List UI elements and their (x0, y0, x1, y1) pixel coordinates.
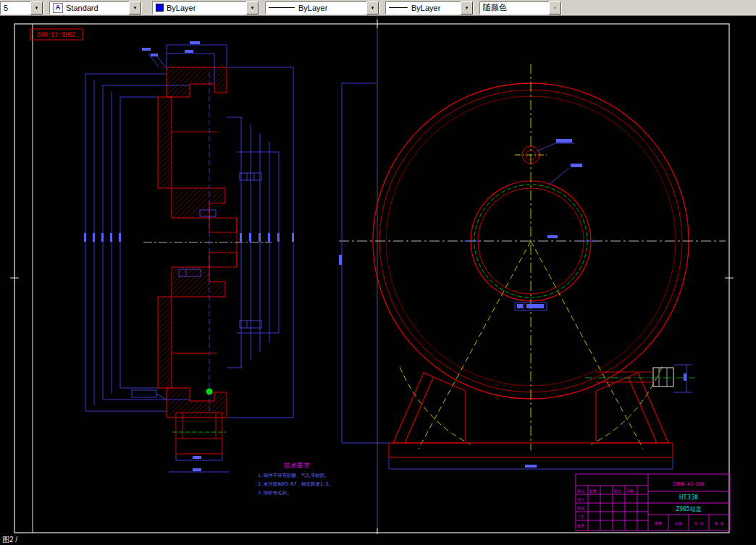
title-block-drawing-no: Z9HD-43-009 (673, 481, 704, 487)
tech-req-line-3: 3.清砂去毛刺。 (258, 490, 292, 496)
layer-combo-arrow-icon[interactable]: ▼ (30, 1, 43, 14)
lineweight-combo-arrow-icon[interactable]: ▼ (461, 1, 473, 14)
title-block-row-3: 工艺 (577, 515, 584, 519)
tech-req-line-2: 2.未注圆角R3~R7，铸造斜度1:5。 (258, 481, 333, 487)
plotstyle-combo[interactable]: 随颜色 ▼ (479, 1, 562, 14)
title-block-bottom-2: 比例 (675, 521, 682, 526)
linetype-sample-icon (269, 7, 295, 8)
lineweight-combo-value: ByLayer (411, 4, 440, 12)
plotstyle-combo-arrow-icon: ▼ (549, 1, 561, 14)
tech-req-line-1: 1.铸件不得有砂眼、气孔等缺陷。 (258, 473, 329, 478)
corner-drawing-number: Z9HD-43-009 (30, 29, 83, 40)
model-space-canvas[interactable]: Z9HD-43-009 (0, 16, 756, 534)
lineweight-combo[interactable]: ByLayer ▼ (385, 1, 474, 14)
title-block-bottom-4: 第 张 (714, 521, 723, 526)
title-block-part-name: Z905端盖 (676, 506, 701, 512)
linetype-combo-value: ByLayer (298, 4, 327, 12)
linetype-combo[interactable]: ByLayer ▼ (265, 1, 379, 14)
front-view-dimensions (342, 83, 692, 469)
drawing-canvas[interactable]: Z9HD-43-009 (0, 16, 756, 534)
style-combo-arrow-icon[interactable]: ▼ (129, 1, 141, 14)
title-block: Z9HD-43-009 HT33Ⅱ Z905端盖 标记 处数 签名 日期 设计 … (576, 474, 730, 531)
linetype-combo-arrow-icon[interactable]: ▼ (366, 1, 379, 14)
title-block-header-1: 标记 (576, 489, 584, 494)
title-block-header-3: 签名 (614, 489, 621, 494)
front-view (339, 64, 726, 469)
tech-requirements: 技术要求 1.铸件不得有砂眼、气孔等缺陷。 2.未注圆角R3~R7，铸造斜度1:… (258, 462, 333, 496)
lineweight-sample-icon (389, 7, 408, 8)
layer-combo-value: 5 (4, 4, 8, 12)
title-block-header-2: 处数 (589, 489, 597, 494)
status-strip: 图2 / (0, 534, 756, 545)
section-view (84, 41, 294, 472)
color-combo-value: ByLayer (167, 4, 196, 12)
title-block-bottom-3: 共 张 (694, 521, 703, 526)
title-block-header-4: 日期 (626, 489, 634, 494)
front-dim-blobs (339, 139, 686, 468)
status-text: 图2 / (2, 536, 17, 544)
plotstyle-combo-value: 随颜色 (483, 2, 507, 13)
text-style-icon: A (53, 3, 63, 13)
sheet-frame (10, 20, 734, 534)
layer-combo[interactable]: 5 ▼ (0, 1, 43, 14)
corner-drawing-number-text: Z9HD-43-009 (37, 30, 75, 37)
color-swatch-icon (156, 4, 164, 12)
title-block-row-2: 审核 (577, 506, 584, 510)
title-block-row-1: 设计 (576, 497, 584, 502)
style-combo-value: Standard (66, 4, 98, 12)
object-properties-toolbar: 5 ▼ A Standard ▼ ByLayer ▼ ByLayer ▼ ByL… (0, 0, 756, 16)
color-combo-arrow-icon[interactable]: ▼ (246, 1, 259, 14)
title-block-bottom-1: 重量 (655, 521, 662, 525)
title-block-material: HT33Ⅱ (679, 494, 698, 501)
color-combo[interactable]: ByLayer ▼ (152, 1, 259, 14)
tech-req-title: 技术要求 (283, 462, 310, 469)
style-combo[interactable]: A Standard ▼ (49, 1, 142, 14)
title-block-row-4: 批准 (577, 523, 584, 528)
